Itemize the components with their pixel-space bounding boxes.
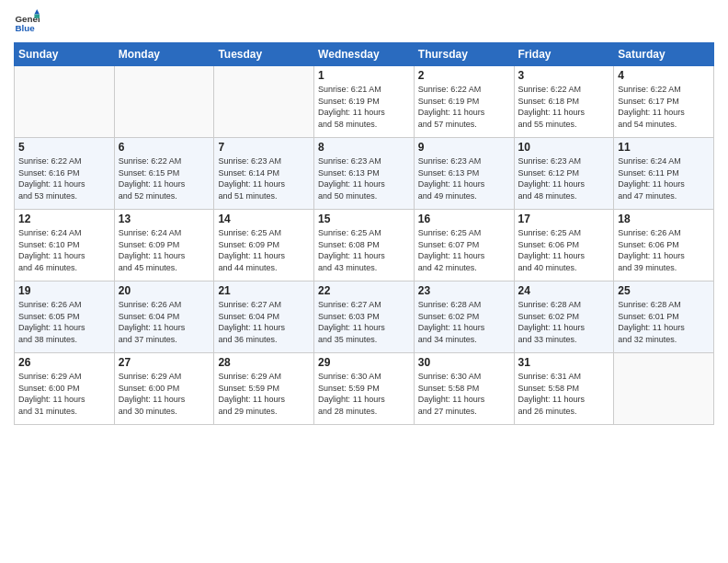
calendar-cell: 22Sunrise: 6:27 AM Sunset: 6:03 PM Dayli… [314, 282, 415, 353]
calendar-cell: 4Sunrise: 6:22 AM Sunset: 6:17 PM Daylig… [614, 66, 714, 138]
day-info: Sunrise: 6:29 AM Sunset: 5:59 PM Dayligh… [218, 371, 310, 417]
calendar-cell: 1Sunrise: 6:21 AM Sunset: 6:19 PM Daylig… [314, 66, 415, 138]
day-info: Sunrise: 6:27 AM Sunset: 6:04 PM Dayligh… [218, 299, 310, 345]
svg-text:Blue: Blue [15, 23, 35, 33]
day-info: Sunrise: 6:31 AM Sunset: 5:58 PM Dayligh… [518, 371, 610, 417]
day-number: 10 [518, 141, 610, 154]
calendar-cell: 8Sunrise: 6:23 AM Sunset: 6:13 PM Daylig… [314, 138, 415, 210]
day-info: Sunrise: 6:25 AM Sunset: 6:08 PM Dayligh… [318, 227, 410, 273]
calendar-cell: 27Sunrise: 6:29 AM Sunset: 6:00 PM Dayli… [114, 353, 214, 425]
day-info: Sunrise: 6:24 AM Sunset: 6:11 PM Dayligh… [618, 155, 710, 201]
day-info: Sunrise: 6:24 AM Sunset: 6:09 PM Dayligh… [119, 227, 210, 273]
calendar-cell: 10Sunrise: 6:23 AM Sunset: 6:12 PM Dayli… [514, 138, 614, 210]
day-number: 8 [318, 141, 410, 154]
calendar-cell: 3Sunrise: 6:22 AM Sunset: 6:18 PM Daylig… [514, 66, 614, 138]
day-info: Sunrise: 6:29 AM Sunset: 6:00 PM Dayligh… [119, 371, 210, 417]
logo: General Blue [14, 9, 41, 35]
calendar-cell: 29Sunrise: 6:30 AM Sunset: 5:59 PM Dayli… [314, 353, 415, 425]
calendar-cell: 21Sunrise: 6:27 AM Sunset: 6:04 PM Dayli… [214, 282, 314, 353]
day-number: 17 [518, 213, 610, 225]
day-info: Sunrise: 6:23 AM Sunset: 6:13 PM Dayligh… [318, 155, 410, 201]
day-number: 14 [218, 213, 310, 225]
day-info: Sunrise: 6:30 AM Sunset: 5:58 PM Dayligh… [418, 371, 510, 417]
calendar-table: SundayMondayTuesdayWednesdayThursdayFrid… [14, 42, 714, 425]
day-number: 30 [418, 356, 510, 369]
day-number: 22 [318, 284, 410, 297]
day-number: 3 [518, 69, 610, 82]
calendar-cell: 19Sunrise: 6:26 AM Sunset: 6:05 PM Dayli… [15, 282, 115, 353]
day-number: 25 [618, 284, 710, 297]
day-number: 4 [618, 69, 710, 82]
weekday-thursday: Thursday [414, 43, 514, 66]
day-info: Sunrise: 6:29 AM Sunset: 6:00 PM Dayligh… [18, 371, 110, 417]
day-number: 31 [518, 356, 610, 369]
calendar-cell: 6Sunrise: 6:22 AM Sunset: 6:15 PM Daylig… [114, 138, 214, 210]
day-number: 6 [119, 141, 210, 154]
day-info: Sunrise: 6:22 AM Sunset: 6:19 PM Dayligh… [418, 84, 510, 130]
day-number: 19 [18, 284, 110, 297]
day-number: 11 [618, 141, 710, 154]
calendar-cell: 30Sunrise: 6:30 AM Sunset: 5:58 PM Dayli… [414, 353, 514, 425]
calendar-cell: 18Sunrise: 6:26 AM Sunset: 6:06 PM Dayli… [614, 210, 714, 282]
calendar-cell [614, 353, 714, 425]
calendar-cell: 23Sunrise: 6:28 AM Sunset: 6:02 PM Dayli… [414, 282, 514, 353]
calendar-cell: 9Sunrise: 6:23 AM Sunset: 6:13 PM Daylig… [414, 138, 514, 210]
day-info: Sunrise: 6:26 AM Sunset: 6:05 PM Dayligh… [18, 299, 110, 345]
day-number: 9 [418, 141, 510, 154]
calendar-week-row: 19Sunrise: 6:26 AM Sunset: 6:05 PM Dayli… [15, 282, 714, 353]
day-number: 20 [119, 284, 210, 297]
calendar-cell: 5Sunrise: 6:22 AM Sunset: 6:16 PM Daylig… [15, 138, 115, 210]
weekday-sunday: Sunday [15, 43, 115, 66]
calendar-cell: 24Sunrise: 6:28 AM Sunset: 6:02 PM Dayli… [514, 282, 614, 353]
day-info: Sunrise: 6:22 AM Sunset: 6:18 PM Dayligh… [518, 84, 610, 130]
day-number: 29 [318, 356, 410, 369]
day-info: Sunrise: 6:23 AM Sunset: 6:14 PM Dayligh… [218, 155, 310, 201]
weekday-tuesday: Tuesday [214, 43, 314, 66]
calendar-cell: 16Sunrise: 6:25 AM Sunset: 6:07 PM Dayli… [414, 210, 514, 282]
day-info: Sunrise: 6:26 AM Sunset: 6:06 PM Dayligh… [618, 227, 710, 273]
page-header: General Blue [14, 9, 714, 35]
day-number: 12 [18, 213, 110, 225]
calendar-cell: 28Sunrise: 6:29 AM Sunset: 5:59 PM Dayli… [214, 353, 314, 425]
calendar-cell: 17Sunrise: 6:25 AM Sunset: 6:06 PM Dayli… [514, 210, 614, 282]
day-number: 16 [418, 213, 510, 225]
weekday-friday: Friday [514, 43, 614, 66]
day-info: Sunrise: 6:22 AM Sunset: 6:15 PM Dayligh… [119, 155, 210, 201]
day-number: 18 [618, 213, 710, 225]
day-info: Sunrise: 6:26 AM Sunset: 6:04 PM Dayligh… [119, 299, 210, 345]
weekday-saturday: Saturday [614, 43, 714, 66]
day-info: Sunrise: 6:27 AM Sunset: 6:03 PM Dayligh… [318, 299, 410, 345]
calendar-week-row: 5Sunrise: 6:22 AM Sunset: 6:16 PM Daylig… [15, 138, 714, 210]
svg-marker-3 [34, 15, 40, 18]
day-number: 24 [518, 284, 610, 297]
weekday-wednesday: Wednesday [314, 43, 415, 66]
day-number: 28 [218, 356, 310, 369]
day-info: Sunrise: 6:23 AM Sunset: 6:13 PM Dayligh… [418, 155, 510, 201]
calendar-cell: 20Sunrise: 6:26 AM Sunset: 6:04 PM Dayli… [114, 282, 214, 353]
day-number: 7 [218, 141, 310, 154]
svg-marker-2 [34, 9, 40, 15]
day-info: Sunrise: 6:23 AM Sunset: 6:12 PM Dayligh… [518, 155, 610, 201]
calendar-cell: 31Sunrise: 6:31 AM Sunset: 5:58 PM Dayli… [514, 353, 614, 425]
day-info: Sunrise: 6:21 AM Sunset: 6:19 PM Dayligh… [318, 84, 410, 130]
calendar-cell: 7Sunrise: 6:23 AM Sunset: 6:14 PM Daylig… [214, 138, 314, 210]
day-info: Sunrise: 6:28 AM Sunset: 6:02 PM Dayligh… [518, 299, 610, 345]
weekday-header-row: SundayMondayTuesdayWednesdayThursdayFrid… [15, 43, 714, 66]
weekday-monday: Monday [114, 43, 214, 66]
day-number: 5 [18, 141, 110, 154]
day-info: Sunrise: 6:30 AM Sunset: 5:59 PM Dayligh… [318, 371, 410, 417]
calendar-cell: 14Sunrise: 6:25 AM Sunset: 6:09 PM Dayli… [214, 210, 314, 282]
logo-icon: General Blue [14, 9, 40, 35]
calendar-week-row: 12Sunrise: 6:24 AM Sunset: 6:10 PM Dayli… [15, 210, 714, 282]
calendar-cell [15, 66, 115, 138]
day-number: 27 [119, 356, 210, 369]
calendar-week-row: 1Sunrise: 6:21 AM Sunset: 6:19 PM Daylig… [15, 66, 714, 138]
day-number: 23 [418, 284, 510, 297]
calendar-cell: 13Sunrise: 6:24 AM Sunset: 6:09 PM Dayli… [114, 210, 214, 282]
calendar-cell: 12Sunrise: 6:24 AM Sunset: 6:10 PM Dayli… [15, 210, 115, 282]
day-info: Sunrise: 6:28 AM Sunset: 6:01 PM Dayligh… [618, 299, 710, 345]
day-number: 1 [318, 69, 410, 82]
day-number: 13 [119, 213, 210, 225]
day-info: Sunrise: 6:28 AM Sunset: 6:02 PM Dayligh… [418, 299, 510, 345]
calendar-cell: 11Sunrise: 6:24 AM Sunset: 6:11 PM Dayli… [614, 138, 714, 210]
